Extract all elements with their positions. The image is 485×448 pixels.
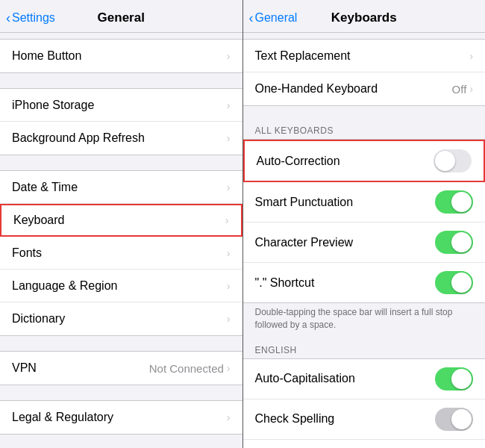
left-group-1: Home Button ›	[0, 39, 242, 73]
toggle-knob	[451, 409, 472, 429]
english-group: Auto-Capitalisation Check Spelling Enabl…	[243, 358, 486, 448]
item-label: Fonts	[12, 246, 42, 260]
item-right: ›	[227, 313, 231, 325]
list-item[interactable]: Dictionary ›	[0, 302, 242, 335]
chevron-right-icon: ›	[469, 50, 473, 62]
chevron-right-icon: ›	[227, 411, 231, 423]
all-keyboards-group: Auto-Correction Smart Punctuation Charac…	[243, 139, 486, 303]
right-all-keyboards-section: ALL KEYBOARDS Auto-Correction Smart Punc…	[243, 121, 486, 340]
item-label: One-Handed Keyboard	[255, 82, 378, 96]
vpn-list-item[interactable]: VPN Not Connected ›	[0, 352, 242, 385]
item-label: Text Replacement	[255, 49, 351, 63]
all-keyboards-header: ALL KEYBOARDS	[243, 121, 486, 139]
keyboard-list-item[interactable]: Keyboard ›	[0, 204, 242, 237]
item-right: ›	[227, 181, 231, 193]
list-item[interactable]: Background App Refresh ›	[0, 122, 242, 155]
one-handed-keyboard-item[interactable]: One-Handed Keyboard Off ›	[243, 72, 486, 105]
toggle-knob	[435, 151, 455, 171]
right-panel: ‹ General Keyboards Text Replacement › O…	[243, 0, 486, 448]
list-item[interactable]: Fonts ›	[0, 237, 242, 270]
chevron-right-icon: ›	[227, 50, 231, 62]
character-preview-toggle[interactable]	[435, 231, 473, 254]
item-label: Auto-Capitalisation	[255, 372, 355, 385]
chevron-right-icon: ›	[227, 313, 231, 325]
item-label: Dictionary	[12, 312, 65, 326]
item-label: Background App Refresh	[12, 131, 145, 145]
item-label: Character Preview	[255, 236, 354, 249]
chevron-right-icon: ›	[469, 83, 473, 95]
smart-punctuation-toggle[interactable]	[435, 190, 473, 214]
all-keyboards-footer: Double-tapping the space bar will insert…	[243, 303, 486, 340]
left-nav-bar: ‹ Settings General	[0, 0, 242, 33]
back-label[interactable]: Settings	[12, 11, 55, 25]
chevron-right-icon: ›	[227, 132, 231, 144]
item-label: Date & Time	[12, 181, 78, 194]
back-chevron-icon: ‹	[6, 11, 10, 25]
item-right: ›	[227, 411, 231, 423]
chevron-right-icon: ›	[227, 247, 231, 259]
item-right: ›	[227, 247, 231, 259]
keyboard-label: Keyboard	[13, 214, 65, 227]
item-right: ›	[225, 214, 229, 226]
auto-correction-item[interactable]: Auto-Correction	[243, 140, 486, 182]
item-label: iPhone Storage	[12, 99, 94, 112]
item-label: Language & Region	[12, 279, 117, 293]
auto-correction-label: Auto-Correction	[257, 155, 340, 168]
right-nav-bar: ‹ General Keyboards	[243, 0, 486, 33]
item-right: Off ›	[452, 83, 473, 96]
chevron-right-icon: ›	[227, 280, 231, 292]
settings-back-button[interactable]: ‹ Settings	[6, 11, 55, 25]
smart-punctuation-item[interactable]: Smart Punctuation	[243, 182, 486, 223]
left-nav-title: General	[98, 10, 145, 25]
list-item[interactable]: iPhone Storage ›	[0, 89, 242, 122]
list-item[interactable]: Legal & Regulatory ›	[0, 401, 242, 434]
auto-capitalisation-item[interactable]: Auto-Capitalisation	[243, 359, 486, 399]
item-right: ›	[227, 99, 231, 111]
general-back-button[interactable]: ‹ General	[249, 11, 298, 25]
item-right: ›	[469, 50, 473, 62]
toggle-knob	[451, 273, 472, 293]
vpn-status: Not Connected	[149, 362, 224, 375]
check-spelling-toggle[interactable]	[435, 408, 473, 431]
chevron-right-icon: ›	[225, 214, 229, 226]
right-english-section: ENGLISH Auto-Capitalisation Check Spelli…	[243, 340, 486, 448]
item-label: Smart Punctuation	[255, 196, 354, 209]
one-handed-value: Off	[452, 83, 467, 96]
check-spelling-item[interactable]: Check Spelling	[243, 399, 486, 440]
right-nav-title: Keyboards	[331, 10, 397, 25]
list-item[interactable]: Home Button ›	[0, 40, 242, 72]
left-settings-list: Home Button › iPhone Storage › Backgroun…	[0, 33, 242, 448]
text-replacement-item[interactable]: Text Replacement ›	[243, 40, 486, 72]
left-group-5: Legal & Regulatory ›	[0, 400, 242, 435]
item-right: ›	[227, 50, 231, 62]
shortcut-toggle[interactable]	[435, 271, 473, 294]
list-item[interactable]: Date & Time ›	[0, 171, 242, 204]
list-item[interactable]: Language & Region ›	[0, 270, 242, 302]
left-group-4: VPN Not Connected ›	[0, 351, 242, 385]
right-group-1: Text Replacement › One-Handed Keyboard O…	[243, 39, 486, 106]
vpn-right: Not Connected ›	[149, 362, 231, 375]
back-chevron-icon: ‹	[249, 11, 254, 25]
english-header: ENGLISH	[243, 340, 486, 358]
enable-caps-lock-item[interactable]: Enable Caps Lock	[243, 440, 486, 448]
left-group-3: Date & Time › Keyboard › Fonts › Languag…	[0, 170, 242, 336]
item-right: ›	[227, 280, 231, 292]
right-settings-list: Text Replacement › One-Handed Keyboard O…	[243, 33, 486, 448]
item-right: ›	[227, 132, 231, 144]
chevron-right-icon: ›	[227, 181, 231, 193]
toggle-knob	[451, 232, 472, 252]
left-group-2: iPhone Storage › Background App Refresh …	[0, 88, 242, 155]
left-panel: ‹ Settings General Home Button › iPhone …	[0, 0, 242, 448]
auto-capitalisation-toggle[interactable]	[435, 367, 473, 391]
chevron-right-icon: ›	[227, 99, 231, 111]
shortcut-item[interactable]: "." Shortcut	[243, 263, 486, 302]
item-label: Check Spelling	[255, 412, 335, 426]
toggle-knob	[451, 369, 472, 389]
toggle-knob	[451, 192, 472, 212]
item-label: Legal & Regulatory	[12, 411, 113, 424]
back-label[interactable]: General	[255, 11, 298, 25]
auto-correction-toggle[interactable]	[434, 149, 472, 172]
chevron-right-icon: ›	[227, 362, 231, 374]
item-label: "." Shortcut	[255, 276, 315, 290]
character-preview-item[interactable]: Character Preview	[243, 223, 486, 263]
